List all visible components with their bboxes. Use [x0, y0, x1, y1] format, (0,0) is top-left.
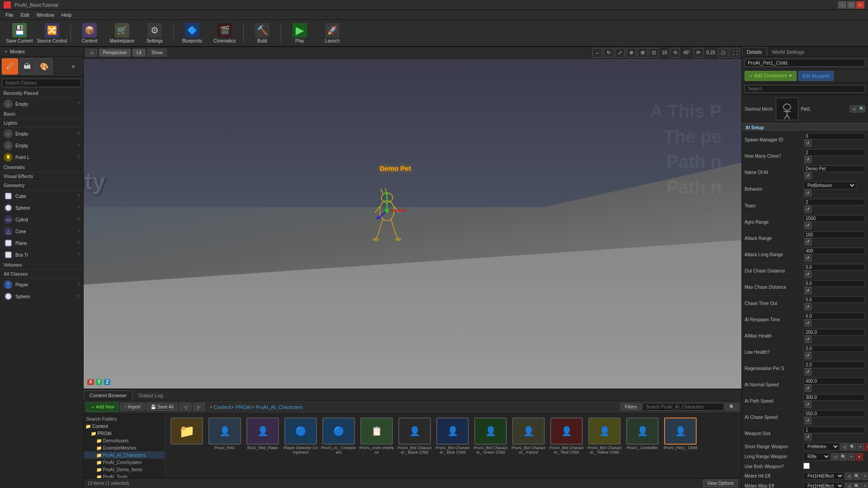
- agro-input[interactable]: [803, 215, 865, 222]
- play-button[interactable]: ▶ Play: [284, 21, 316, 45]
- melee-hit-find[interactable]: 🔍: [853, 473, 860, 480]
- content-item-bot-yellow[interactable]: 👤 ProAI_Bot Character_ Yellow Child: [586, 418, 623, 455]
- out-chase-input[interactable]: [803, 264, 865, 271]
- scale-tool[interactable]: ⤢: [615, 48, 625, 58]
- settings-button[interactable]: ⚙ Settings: [139, 21, 170, 45]
- respawn-reset-btn[interactable]: ↺: [804, 319, 811, 327]
- mode-place[interactable]: 🖊: [2, 58, 18, 75]
- mode-paint[interactable]: 🎨: [36, 58, 52, 75]
- grid-snap[interactable]: ⊡: [649, 48, 659, 58]
- lit-button[interactable]: Lit: [132, 49, 146, 56]
- normal-speed-reset-btn[interactable]: ↺: [804, 385, 811, 392]
- respawn-input[interactable]: [803, 313, 865, 319]
- long-weapon-select[interactable]: Rifle: [803, 453, 830, 460]
- mesh-nav-back[interactable]: ◁: [850, 105, 857, 113]
- perspective-button[interactable]: Perspective: [99, 49, 131, 56]
- content-item-egs-test[interactable]: 👤 EGS_Test_Pawn: [245, 418, 281, 450]
- save-all-button[interactable]: 💾 Save All: [146, 403, 178, 411]
- chase-timeout-reset-btn[interactable]: ↺: [804, 303, 811, 310]
- melee-miss-nav-back[interactable]: ◁: [845, 483, 852, 488]
- low-health-reset-btn[interactable]: ↺: [804, 352, 811, 359]
- search-classes-input[interactable]: [2, 79, 81, 87]
- class-item-sphere[interactable]: ⚪ Sphere ?: [0, 202, 83, 214]
- attack-input[interactable]: [803, 231, 865, 238]
- save-current-button[interactable]: 💾 Save Current: [4, 21, 35, 45]
- short-weapon-find[interactable]: 🔍: [849, 443, 856, 450]
- scale-snap[interactable]: ⟳: [693, 48, 703, 58]
- content-item-bot-red[interactable]: 👤 ProAI_Bot Character_ Red Child: [548, 418, 585, 455]
- attack-reset-btn[interactable]: ↺: [804, 238, 811, 245]
- content-item-bot-black[interactable]: 👤 ProAI_Bot Character_ Black Child: [396, 418, 433, 455]
- class-item-pointlight[interactable]: 💡 Point L ?: [0, 151, 83, 163]
- tab-output-log[interactable]: Output Log: [132, 390, 169, 400]
- path-speed-input[interactable]: [803, 394, 865, 401]
- tree-proai[interactable]: 📁 PROAI: [84, 430, 165, 437]
- search-component-input[interactable]: [745, 85, 865, 93]
- short-weapon-remove[interactable]: ✕: [865, 443, 868, 450]
- skeletal-mesh-preview[interactable]: [776, 98, 798, 120]
- content-item-bot-parent[interactable]: 👤 ProAI_Bot Character_ Parent: [510, 418, 547, 455]
- add-new-button[interactable]: ＋ Add New: [86, 403, 118, 412]
- class-item-empty-2[interactable]: ○ Empty ?: [0, 128, 83, 140]
- edit-blueprint-button[interactable]: Edit Blueprint: [798, 71, 833, 81]
- add-component-button[interactable]: ＋ Add Component ▼: [745, 71, 797, 81]
- chase-speed-input[interactable]: [803, 410, 865, 417]
- short-weapon-add[interactable]: ＋: [857, 443, 864, 450]
- class-item-empty-1[interactable]: ○ Empty ?: [0, 98, 83, 110]
- long-weapon-find[interactable]: 🔍: [840, 453, 847, 460]
- regen-input[interactable]: [803, 361, 865, 368]
- menu-help[interactable]: Help: [58, 11, 75, 19]
- launch-button[interactable]: 🚀 Launch: [316, 21, 348, 45]
- marketplace-button[interactable]: 🛒 Marketplace: [106, 21, 138, 45]
- import-button[interactable]: ↑ Import: [120, 403, 145, 411]
- tree-examplemeshes[interactable]: 📁 ExampleMeshes: [84, 444, 165, 451]
- content-item-folder[interactable]: 📁: [169, 418, 205, 446]
- tree-tools[interactable]: 📁 ProAI_Tools: [84, 473, 165, 478]
- mesh-nav-find[interactable]: 🔍: [858, 105, 865, 113]
- tab-content-browser[interactable]: Content Browser: [84, 390, 132, 400]
- mode-landscape[interactable]: 🏔: [19, 58, 35, 75]
- class-item-player[interactable]: 👤 Player ?: [0, 279, 83, 291]
- tree-content[interactable]: 📁 Content: [84, 422, 165, 430]
- menu-edit[interactable]: Edit: [17, 11, 33, 19]
- content-item-player-detector[interactable]: 🔵 Player Detector Component: [283, 418, 319, 455]
- long-weapon-remove[interactable]: ✕: [856, 453, 863, 460]
- spawn-manager-input[interactable]: [803, 133, 865, 140]
- class-item-cone[interactable]: △ Cone ?: [0, 225, 83, 237]
- max-health-input[interactable]: [803, 329, 865, 336]
- world-local-toggle[interactable]: ⊕: [626, 48, 636, 58]
- content-item-pet1-child[interactable]: 👤 ProAI_Pet1_ Child: [662, 418, 698, 450]
- class-item-sphere-2[interactable]: ⚪ Sphere ?: [0, 291, 83, 302]
- normal-speed-input[interactable]: [803, 378, 865, 385]
- clons-reset-btn[interactable]: ↺: [804, 156, 811, 163]
- camera-speed[interactable]: 🎥: [718, 48, 728, 58]
- melee-miss-add[interactable]: ＋: [861, 483, 868, 488]
- melee-hit-add[interactable]: ＋: [861, 473, 868, 480]
- blueprints-button[interactable]: 🔷 Blueprints: [176, 21, 208, 45]
- weapon-slot-reset-btn[interactable]: ↺: [804, 433, 811, 441]
- viewport-canvas[interactable]: AI Pet Functionality A This PThe pePath …: [84, 59, 741, 389]
- content-item-proai-pet1[interactable]: 👤 ProAI_Pet1: [207, 418, 243, 450]
- class-item-empty-3[interactable]: ○ Empty ?: [0, 140, 83, 151]
- tree-search-toggle[interactable]: Search Folders: [84, 416, 165, 422]
- clons-input[interactable]: [803, 149, 865, 156]
- weapon-slot-input[interactable]: [803, 427, 865, 433]
- name-ai-input[interactable]: [803, 165, 865, 172]
- maximize-viewport[interactable]: ⛶: [730, 48, 740, 58]
- content-button[interactable]: 📦 Content: [74, 21, 105, 45]
- max-health-reset-btn[interactable]: ↺: [804, 336, 811, 343]
- melee-hit-select[interactable]: Pet1HitEffect: [803, 472, 844, 480]
- team-input[interactable]: [803, 199, 865, 206]
- tree-demoassets[interactable]: 📁 DemoAssets: [84, 437, 165, 444]
- menu-window[interactable]: Window: [33, 11, 58, 19]
- spawn-reset-btn[interactable]: ↺: [804, 140, 811, 147]
- class-item-plane[interactable]: ⬜ Plane ?: [0, 237, 83, 249]
- content-search-button[interactable]: 🔍: [725, 403, 739, 411]
- build-button[interactable]: 🔨 Build: [246, 21, 278, 45]
- short-weapon-select[interactable]: PetMelee: [803, 443, 840, 450]
- tree-coresystem[interactable]: 📁 ProAI_CoreSystem: [84, 459, 165, 466]
- class-item-box-trigger[interactable]: ⬜ Box Tr ?: [0, 249, 83, 261]
- content-item-bot-green[interactable]: 👤 ProAI_Bot Character_ Green Child: [472, 418, 509, 455]
- nav-back-button[interactable]: ◁: [179, 403, 191, 411]
- chase-timeout-input[interactable]: [803, 296, 865, 303]
